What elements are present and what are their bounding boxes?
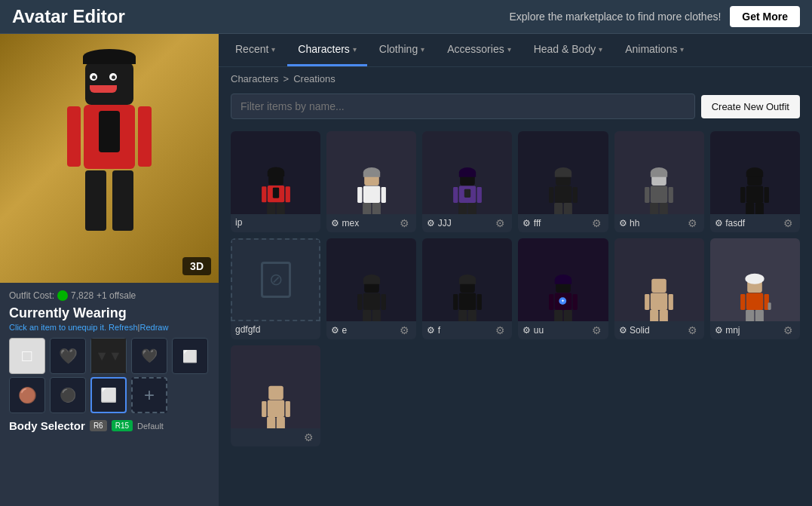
outfit-card-hh[interactable]: ⚙ hh ⚙ bbox=[614, 131, 704, 232]
outfit-gear-f[interactable]: ⚙ bbox=[495, 324, 507, 336]
outfit-label-ip: ip bbox=[231, 214, 320, 231]
outfit-label-mnj: ⚙ mnj ⚙ bbox=[710, 321, 800, 339]
tab-accessories-arrow: ▾ bbox=[507, 45, 511, 54]
tab-recent[interactable]: Recent ▾ bbox=[225, 34, 286, 66]
robux-icon bbox=[57, 290, 68, 301]
tab-characters-arrow: ▾ bbox=[353, 45, 357, 54]
outfit-thumb-uu: ✦ bbox=[518, 238, 608, 321]
outfit-label-last: ⚙ bbox=[231, 428, 320, 446]
outfit-gear-fff[interactable]: ⚙ bbox=[592, 217, 604, 229]
outfit-card-fasdf[interactable]: ⚙ fasdf ⚙ bbox=[710, 131, 800, 232]
outfit-cost-label: Outfit Cost: bbox=[9, 290, 54, 301]
outfit-gear-hh[interactable]: ⚙ bbox=[688, 217, 700, 229]
outfit-gear-fasdf[interactable]: ⚙ bbox=[783, 217, 795, 229]
create-outfit-button[interactable]: Create New Outfit bbox=[701, 95, 800, 118]
search-bar-row: Create New Outfit bbox=[219, 90, 812, 125]
view-3d-badge[interactable]: 3D bbox=[182, 257, 211, 275]
outfit-cost-suffix: +1 offsale bbox=[97, 290, 136, 301]
outfit-card-fff[interactable]: ⚙ fff ⚙ bbox=[518, 131, 608, 232]
outfit-gear-mex[interactable]: ⚙ bbox=[400, 217, 412, 229]
outfit-name-mnj: ⚙ mnj bbox=[715, 325, 783, 336]
outfit-name-gdfgfd: gdfgfd bbox=[235, 324, 316, 335]
equipped-items-grid: □ 🖤 ▼▼ 🖤 ⬜ 🟤 ⚫ bbox=[9, 338, 210, 413]
default-label: Default bbox=[137, 422, 164, 431]
outfit-gear-last[interactable]: ⚙ bbox=[304, 431, 316, 443]
body-selector-title: Body Selector bbox=[9, 419, 85, 432]
outfit-name-solid: ⚙ Solid bbox=[619, 325, 688, 336]
outfit-name-fasdf: ⚙ fasdf bbox=[715, 218, 783, 228]
redraw-link[interactable]: Redraw bbox=[139, 323, 168, 332]
outfit-thumb-fasdf bbox=[710, 131, 800, 214]
get-more-button[interactable]: Get More bbox=[730, 6, 800, 27]
search-input[interactable] bbox=[231, 94, 695, 119]
item-slot-head[interactable]: 🟤 bbox=[9, 377, 45, 413]
tab-animations-label: Animations bbox=[625, 43, 677, 55]
outfit-cost-amount: 7,828 bbox=[71, 290, 93, 301]
outfit-label-fasdf: ⚙ fasdf ⚙ bbox=[710, 214, 800, 232]
item-slot-hat[interactable]: 🖤 bbox=[50, 338, 86, 374]
tab-head-body-arrow: ▾ bbox=[599, 45, 602, 54]
breadcrumb-current: Creations bbox=[293, 73, 336, 84]
top-banner: Avatar Editor Explore the marketplace to… bbox=[0, 0, 812, 34]
tab-clothing[interactable]: Clothing ▾ bbox=[369, 34, 435, 66]
breadcrumb-separator: > bbox=[283, 73, 290, 84]
banner-right: Explore the marketplace to find more clo… bbox=[509, 6, 800, 27]
outfit-card-f[interactable]: ⚙ f ⚙ bbox=[422, 238, 512, 339]
outfit-card-ip[interactable]: ip bbox=[231, 131, 320, 232]
tab-accessories[interactable]: Accessories ▾ bbox=[437, 34, 521, 66]
outfit-gear-jjj[interactable]: ⚙ bbox=[495, 217, 507, 229]
outfit-name-hh: ⚙ hh bbox=[619, 218, 688, 228]
outfit-card-last[interactable]: ⚙ bbox=[231, 345, 320, 446]
outfit-name-fff: ⚙ fff bbox=[522, 218, 591, 228]
item-slot-hair[interactable]: ▼▼ bbox=[90, 338, 127, 374]
outfit-thumb-f bbox=[422, 238, 512, 321]
refresh-link[interactable]: Refresh bbox=[109, 323, 138, 332]
outfit-thumb-last bbox=[231, 345, 320, 428]
outfits-grid: ip bbox=[219, 125, 812, 506]
outfit-gear-uu[interactable]: ⚙ bbox=[592, 324, 604, 336]
outfit-card-gdfgfd[interactable]: ⊘ gdfgfd bbox=[231, 238, 320, 339]
outfit-name-e: ⚙ e bbox=[331, 325, 400, 336]
r15-badge[interactable]: R15 bbox=[112, 420, 133, 431]
outfit-name-f: ⚙ f bbox=[427, 325, 495, 336]
outfit-thumb-jjj bbox=[422, 131, 512, 214]
outfit-gear-mnj[interactable]: ⚙ bbox=[783, 324, 795, 336]
outfit-card-e[interactable]: ⚙ e ⚙ bbox=[326, 238, 416, 339]
item-slot-shirt[interactable]: □ bbox=[9, 338, 45, 374]
app-title: Avatar Editor bbox=[12, 6, 125, 27]
tab-head-body-label: Head & Body bbox=[534, 43, 596, 55]
item-slot-pants[interactable]: ⬜ bbox=[172, 338, 208, 374]
outfit-card-mex[interactable]: ⚙ mex ⚙ bbox=[326, 131, 416, 232]
left-info: Outfit Cost: 7,828 +1 offsale Currently … bbox=[0, 283, 219, 506]
outfit-thumb-fff bbox=[518, 131, 608, 214]
breadcrumb-parent[interactable]: Characters bbox=[231, 73, 279, 84]
item-slot-torso[interactable]: ⬜ bbox=[90, 377, 127, 413]
outfit-cost: Outfit Cost: 7,828 +1 offsale bbox=[9, 290, 210, 301]
outfit-thumb-mnj bbox=[710, 238, 800, 321]
tab-clothing-arrow: ▾ bbox=[421, 45, 424, 54]
tab-clothing-label: Clothing bbox=[379, 43, 418, 55]
item-slot-acc[interactable]: ⚫ bbox=[50, 377, 86, 413]
banner-text: Explore the marketplace to find more clo… bbox=[509, 11, 721, 23]
breadcrumb: Characters > Creations bbox=[219, 67, 812, 90]
outfit-label-solid: ⚙ Solid ⚙ bbox=[614, 321, 704, 339]
outfit-gear-e[interactable]: ⚙ bbox=[400, 324, 412, 336]
outfit-label-f: ⚙ f ⚙ bbox=[422, 321, 512, 339]
outfit-label-gdfgfd: gdfgfd bbox=[231, 321, 320, 338]
item-slot-hair2[interactable]: 🖤 bbox=[131, 338, 167, 374]
outfit-label-fff: ⚙ fff ⚙ bbox=[518, 214, 608, 232]
outfit-card-solid[interactable]: ⚙ Solid ⚙ bbox=[614, 238, 704, 339]
outfit-card-mnj[interactable]: ⚙ mnj ⚙ bbox=[710, 238, 800, 339]
outfit-card-jjj[interactable]: ⚙ JJJ ⚙ bbox=[422, 131, 512, 232]
tab-characters[interactable]: Characters ▾ bbox=[287, 34, 366, 66]
r6-badge[interactable]: R6 bbox=[90, 420, 107, 431]
body-selector-bar: Body Selector R6 R15 Default bbox=[9, 419, 210, 432]
item-slot-add[interactable]: + bbox=[131, 377, 167, 413]
tab-characters-label: Characters bbox=[298, 43, 349, 55]
currently-wearing-title: Currently Wearing bbox=[9, 305, 210, 321]
outfit-label-hh: ⚙ hh ⚙ bbox=[614, 214, 704, 232]
tab-head-body[interactable]: Head & Body ▾ bbox=[523, 34, 614, 66]
outfit-card-uu[interactable]: ✦ ⚙ uu ⚙ bbox=[518, 238, 608, 339]
tab-animations[interactable]: Animations ▾ bbox=[614, 34, 694, 66]
outfit-gear-solid[interactable]: ⚙ bbox=[688, 324, 700, 336]
